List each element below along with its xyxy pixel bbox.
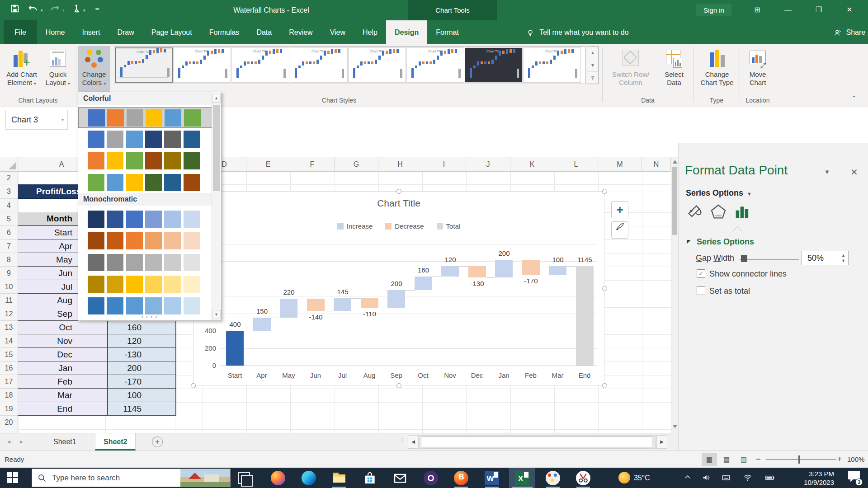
menu-tab-data[interactable]: Data [248, 20, 280, 44]
legend-item-total[interactable]: Total [437, 222, 461, 230]
undo-caret[interactable]: ▾ [41, 8, 43, 13]
row-header-5[interactable]: 5 [0, 212, 18, 226]
gap-width-slider[interactable] [740, 259, 799, 260]
collapse-ribbon-icon[interactable]: ⌃ [852, 95, 856, 101]
sign-in-button[interactable]: Sign in [696, 4, 731, 16]
effects-icon[interactable] [708, 203, 728, 225]
cell-A18[interactable]: Mar [18, 389, 107, 402]
tray-expand-icon[interactable] [684, 473, 692, 483]
color-swatch[interactable] [107, 131, 123, 148]
row-header-19[interactable]: 19 [0, 402, 18, 416]
column-header-E[interactable]: E [246, 157, 290, 172]
color-swatch[interactable] [165, 109, 181, 127]
switch-row-column-button[interactable]: Switch Row/Column [606, 46, 656, 99]
row-header-16[interactable]: 16 [0, 361, 18, 375]
fill-line-icon[interactable] [685, 203, 705, 225]
gap-width-input[interactable]: 50% ▲ ▼ [802, 251, 849, 265]
menu-tab-format[interactable]: Format [427, 20, 467, 44]
color-swatch[interactable] [126, 174, 143, 191]
color-swatch[interactable] [126, 131, 143, 148]
show-connector-lines-checkbox[interactable]: ✓ [697, 269, 705, 278]
change-chart-type-button[interactable]: ChangeChart Type [696, 46, 738, 99]
cell-A14[interactable]: Nov [18, 334, 107, 348]
color-swatch[interactable] [146, 109, 162, 127]
page-layout-view-button[interactable]: ▤ [719, 453, 734, 466]
cell-A17[interactable]: Feb [18, 375, 107, 389]
taskbar-search-input[interactable]: Type here to search [32, 469, 231, 487]
menu-tab-view[interactable]: View [321, 20, 354, 44]
column-header-G[interactable]: G [335, 157, 378, 172]
row-header-7[interactable]: 7 [0, 239, 18, 253]
section-collapse-icon[interactable] [687, 240, 691, 244]
color-swatch[interactable] [126, 152, 143, 169]
cell-B15[interactable]: -130 [107, 348, 176, 361]
minimize-button[interactable]: — [780, 3, 796, 17]
column-header-L[interactable]: L [554, 157, 598, 172]
hscroll-left-icon[interactable]: ◀ [408, 435, 419, 449]
new-sheet-button[interactable]: + [152, 436, 163, 447]
color-palette-row-colorful-2[interactable] [78, 129, 212, 150]
waterfall-bar-may[interactable] [280, 299, 297, 318]
sheet-tab-sheet1[interactable]: Sheet1 [45, 433, 85, 450]
touch-keyboard-icon[interactable] [722, 473, 731, 484]
cell-A15[interactable]: Dec [18, 348, 107, 361]
column-header-M[interactable]: M [598, 157, 642, 172]
color-swatch[interactable] [88, 152, 104, 169]
waterfall-bar-end[interactable] [576, 266, 594, 366]
color-swatch[interactable] [145, 232, 162, 249]
color-palette-row-monochromatic-4[interactable] [78, 274, 212, 295]
cell-A13[interactable]: Oct [18, 321, 107, 334]
color-swatch[interactable] [184, 131, 200, 148]
touch-mode-icon[interactable] [71, 4, 83, 15]
color-swatch[interactable] [164, 297, 181, 314]
action-center-icon[interactable]: 3 [846, 471, 860, 484]
color-palette-row-colorful-4[interactable] [78, 172, 212, 193]
color-swatch[interactable] [107, 211, 123, 228]
row-header-17[interactable]: 17 [0, 375, 18, 389]
color-palette-row-monochromatic-1[interactable] [78, 209, 212, 230]
waterfall-bar-aug[interactable] [361, 298, 378, 308]
waterfall-bar-oct[interactable] [415, 277, 432, 291]
selection-handle[interactable] [602, 189, 607, 194]
taskbar-app-onenote[interactable] [418, 468, 444, 488]
task-view-icon[interactable] [238, 472, 250, 484]
vertical-scroll-thumb[interactable] [672, 167, 677, 235]
color-swatch[interactable] [126, 232, 143, 249]
qat-customize-icon[interactable]: ≖ [95, 5, 100, 12]
row-header-4[interactable]: 4 [0, 199, 18, 212]
row-header-9[interactable]: 9 [0, 267, 18, 280]
series-options-icon[interactable] [732, 203, 752, 225]
color-swatch[interactable] [145, 174, 162, 191]
page-break-view-button[interactable]: ▥ [736, 453, 751, 466]
row-header-12[interactable]: 12 [0, 307, 18, 321]
color-palette-row-colorful-3[interactable] [78, 150, 212, 171]
chart-style-thumbnail-1[interactable]: Chart Title [115, 47, 173, 83]
menu-tab-file[interactable]: File [4, 20, 37, 44]
waterfall-bar-jul[interactable] [334, 298, 351, 311]
color-swatch[interactable] [145, 211, 162, 228]
battery-icon[interactable] [765, 473, 775, 484]
horizontal-scrollbar[interactable] [420, 435, 656, 449]
legend-item-decrease[interactable]: Decrease [385, 222, 424, 230]
waterfall-bar-mar[interactable] [549, 266, 566, 275]
chart-title[interactable]: Chart Title [193, 198, 604, 209]
taskbar-app-snipping[interactable] [570, 468, 596, 488]
menu-tab-help[interactable]: Help [354, 20, 386, 44]
waterfall-bar-sep[interactable] [387, 290, 405, 308]
taskbar-app-mail[interactable] [387, 468, 413, 488]
scroll-up-icon[interactable] [673, 160, 677, 164]
chart-elements-plus-button[interactable]: + [611, 201, 628, 218]
color-swatch[interactable] [184, 174, 200, 191]
quick-layout-button[interactable]: QuickLayout ▾ [42, 46, 74, 99]
color-swatch[interactable] [164, 254, 181, 271]
selection-handle[interactable] [602, 286, 607, 291]
cell-B18[interactable]: 100 [107, 389, 176, 402]
waterfall-bar-jan[interactable] [495, 260, 513, 277]
chart-styles-brush-button[interactable] [611, 221, 628, 239]
weather-widget[interactable]: 35°C [618, 468, 650, 488]
row-header-13[interactable]: 13 [0, 321, 18, 334]
color-swatch[interactable] [145, 152, 162, 169]
taskbar-app-store[interactable] [357, 468, 383, 488]
color-swatch[interactable] [164, 232, 181, 249]
redo-icon[interactable] [50, 4, 61, 15]
